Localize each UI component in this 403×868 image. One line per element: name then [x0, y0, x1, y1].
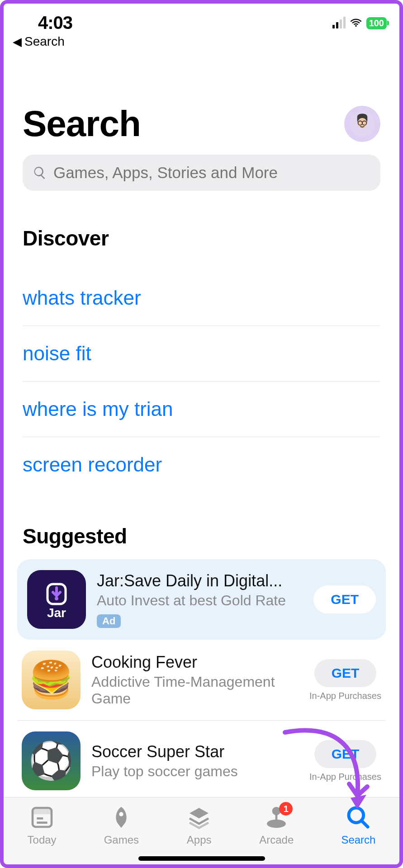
- tab-label: Today: [28, 834, 57, 846]
- app-subtitle: Auto Invest at best Gold Rate: [97, 592, 303, 609]
- search-wrap: [0, 155, 403, 204]
- app-name: Jar:Save Daily in Digital...: [97, 571, 303, 590]
- search-input[interactable]: [53, 164, 370, 182]
- discover-item[interactable]: where is my trian: [23, 382, 380, 437]
- rocket-icon: [109, 805, 134, 830]
- discover-item[interactable]: whats tracker: [23, 270, 380, 326]
- app-name: Cooking Fever: [91, 653, 299, 672]
- app-subtitle: Play top soccer games: [91, 763, 299, 780]
- tab-label: Search: [341, 834, 375, 846]
- svg-point-10: [119, 812, 123, 816]
- status-bar: 4:03 100: [0, 0, 403, 32]
- tab-today[interactable]: Today: [28, 805, 57, 846]
- discover-title: Discover: [23, 226, 380, 250]
- svg-line-15: [361, 821, 368, 827]
- status-indicators: 100: [332, 13, 387, 31]
- iap-label: In-App Purchases: [309, 772, 381, 782]
- ad-badge: Ad: [97, 614, 121, 628]
- suggested-title: Suggested: [23, 524, 380, 548]
- get-button[interactable]: GET: [314, 740, 377, 768]
- profile-avatar[interactable]: [344, 106, 380, 142]
- suggested-app-ad[interactable]: Jar Jar:Save Daily in Digital... Auto In…: [17, 559, 386, 640]
- tab-search[interactable]: Search: [341, 805, 375, 846]
- back-label: Search: [24, 34, 65, 49]
- badge: 1: [279, 802, 293, 816]
- app-icon-jar: Jar: [27, 570, 86, 629]
- suggested-app-row[interactable]: 🍔 Cooking Fever Addictive Time-Managemen…: [17, 640, 386, 721]
- search-icon: [33, 165, 47, 180]
- tab-games[interactable]: Games: [104, 805, 139, 846]
- discover-section: Discover whats tracker noise fit where i…: [0, 204, 403, 492]
- tab-bar: Today Games Apps 1 Arcade Search: [4, 797, 399, 864]
- iap-label: In-App Purchases: [309, 691, 381, 701]
- avatar-icon: [349, 110, 376, 137]
- home-indicator[interactable]: [138, 856, 265, 861]
- battery-indicator: 100: [366, 17, 387, 29]
- page-title: Search: [23, 103, 141, 145]
- app-icon-cooking: 🍔: [22, 651, 81, 709]
- today-icon: [29, 805, 55, 830]
- get-button[interactable]: GET: [314, 659, 377, 687]
- app-name: Soccer Super Star: [91, 742, 299, 761]
- search-icon: [346, 805, 371, 830]
- svg-point-5: [55, 597, 58, 600]
- search-box[interactable]: [23, 155, 380, 191]
- back-nav[interactable]: ◀ Search: [0, 32, 403, 49]
- tab-apps[interactable]: Apps: [186, 805, 212, 846]
- cellular-signal-icon: [332, 18, 346, 28]
- get-button[interactable]: GET: [313, 585, 376, 613]
- tab-label: Apps: [187, 834, 212, 846]
- svg-rect-7: [33, 808, 52, 814]
- tab-label: Arcade: [259, 834, 294, 846]
- tab-label: Games: [104, 834, 139, 846]
- discover-item[interactable]: screen recorder: [23, 437, 380, 492]
- status-time: 4:03: [38, 13, 72, 33]
- wifi-icon: [349, 15, 363, 31]
- suggested-section: Suggested: [0, 492, 403, 548]
- header-row: Search: [0, 49, 403, 155]
- suggested-app-row[interactable]: ⚽ Soccer Super Star Play top soccer game…: [17, 721, 386, 802]
- back-caret-icon: ◀: [13, 35, 22, 49]
- app-subtitle: Addictive Time-Management Game: [91, 674, 299, 707]
- layers-icon: [186, 805, 212, 830]
- tab-arcade[interactable]: 1 Arcade: [259, 805, 294, 846]
- app-icon-soccer: ⚽: [22, 731, 81, 790]
- discover-item[interactable]: noise fit: [23, 326, 380, 382]
